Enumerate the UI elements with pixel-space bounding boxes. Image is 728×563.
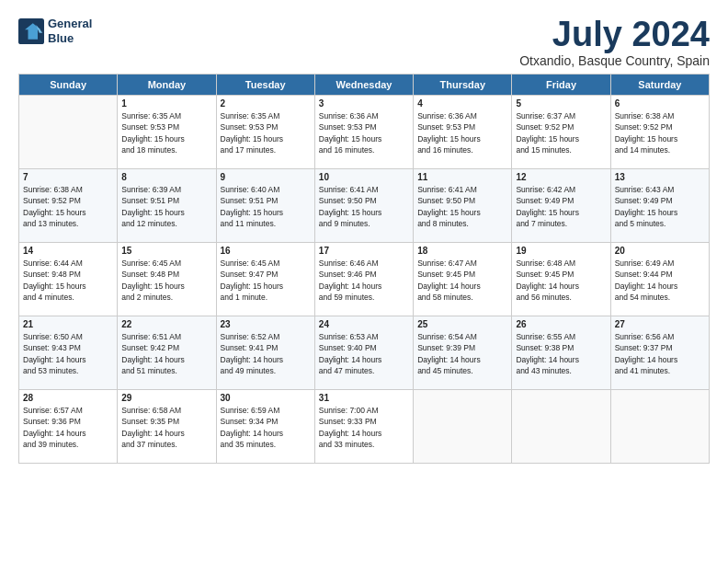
day-number: 7 <box>23 172 113 182</box>
day-info: Sunrise: 6:53 AM Sunset: 9:40 PM Dayligh… <box>319 331 409 376</box>
logo-text: General Blue <box>48 17 92 45</box>
col-sunday: Sunday <box>19 75 118 96</box>
page-header: General Blue July 2024 Otxandio, Basque … <box>18 17 710 68</box>
calendar-cell: 31Sunrise: 7:00 AM Sunset: 9:33 PM Dayli… <box>314 390 413 464</box>
day-info: Sunrise: 6:57 AM Sunset: 9:36 PM Dayligh… <box>23 405 113 450</box>
day-number: 11 <box>417 172 507 182</box>
calendar-cell: 22Sunrise: 6:51 AM Sunset: 9:42 PM Dayli… <box>118 316 216 390</box>
day-info: Sunrise: 6:45 AM Sunset: 9:48 PM Dayligh… <box>121 258 211 303</box>
calendar-cell: 6Sunrise: 6:38 AM Sunset: 9:52 PM Daylig… <box>610 96 709 169</box>
calendar-cell: 20Sunrise: 6:49 AM Sunset: 9:44 PM Dayli… <box>610 243 709 316</box>
day-info: Sunrise: 6:36 AM Sunset: 9:53 PM Dayligh… <box>319 110 409 155</box>
calendar-cell: 12Sunrise: 6:42 AM Sunset: 9:49 PM Dayli… <box>512 169 610 243</box>
col-wednesday: Wednesday <box>314 75 413 96</box>
day-number: 14 <box>23 246 113 256</box>
calendar-cell: 13Sunrise: 6:43 AM Sunset: 9:49 PM Dayli… <box>610 169 709 243</box>
day-number: 31 <box>319 393 409 403</box>
day-info: Sunrise: 6:35 AM Sunset: 9:53 PM Dayligh… <box>121 110 211 155</box>
day-number: 2 <box>221 98 311 109</box>
logo: General Blue <box>18 17 92 45</box>
day-number: 13 <box>615 172 705 182</box>
day-info: Sunrise: 6:45 AM Sunset: 9:47 PM Dayligh… <box>221 258 311 303</box>
calendar-cell: 27Sunrise: 6:56 AM Sunset: 9:37 PM Dayli… <box>610 316 709 390</box>
day-info: Sunrise: 6:54 AM Sunset: 9:39 PM Dayligh… <box>417 331 507 376</box>
col-saturday: Saturday <box>610 75 709 96</box>
calendar-cell: 17Sunrise: 6:46 AM Sunset: 9:46 PM Dayli… <box>314 243 413 316</box>
day-info: Sunrise: 6:38 AM Sunset: 9:52 PM Dayligh… <box>615 110 705 155</box>
day-info: Sunrise: 6:51 AM Sunset: 9:42 PM Dayligh… <box>121 331 211 376</box>
day-number: 29 <box>121 393 211 403</box>
calendar-cell: 5Sunrise: 6:37 AM Sunset: 9:52 PM Daylig… <box>512 96 610 169</box>
col-monday: Monday <box>118 75 216 96</box>
day-number: 6 <box>615 98 705 109</box>
title-block: July 2024 Otxandio, Basque Country, Spai… <box>519 17 710 68</box>
day-number: 17 <box>319 246 409 256</box>
calendar-cell: 16Sunrise: 6:45 AM Sunset: 9:47 PM Dayli… <box>216 243 314 316</box>
day-number: 22 <box>121 319 211 329</box>
logo-icon <box>18 18 44 44</box>
day-number: 16 <box>221 246 311 256</box>
day-number: 30 <box>221 393 311 403</box>
day-number: 9 <box>221 172 311 182</box>
day-info: Sunrise: 6:58 AM Sunset: 9:35 PM Dayligh… <box>121 405 211 450</box>
calendar-cell: 23Sunrise: 6:52 AM Sunset: 9:41 PM Dayli… <box>216 316 314 390</box>
calendar-cell: 11Sunrise: 6:41 AM Sunset: 9:50 PM Dayli… <box>414 169 512 243</box>
calendar-cell: 9Sunrise: 6:40 AM Sunset: 9:51 PM Daylig… <box>216 169 314 243</box>
calendar-cell <box>414 390 512 464</box>
calendar-cell: 30Sunrise: 6:59 AM Sunset: 9:34 PM Dayli… <box>216 390 314 464</box>
calendar-cell: 3Sunrise: 6:36 AM Sunset: 9:53 PM Daylig… <box>314 96 413 169</box>
calendar-cell: 14Sunrise: 6:44 AM Sunset: 9:48 PM Dayli… <box>19 243 118 316</box>
day-info: Sunrise: 6:35 AM Sunset: 9:53 PM Dayligh… <box>221 110 311 155</box>
day-info: Sunrise: 6:38 AM Sunset: 9:52 PM Dayligh… <box>23 184 113 229</box>
day-info: Sunrise: 6:46 AM Sunset: 9:46 PM Dayligh… <box>319 258 409 303</box>
calendar-cell: 26Sunrise: 6:55 AM Sunset: 9:38 PM Dayli… <box>512 316 610 390</box>
day-number: 3 <box>319 98 409 109</box>
calendar-cell: 15Sunrise: 6:45 AM Sunset: 9:48 PM Dayli… <box>118 243 216 316</box>
day-number: 20 <box>615 246 705 256</box>
day-number: 25 <box>417 319 507 329</box>
calendar-cell: 10Sunrise: 6:41 AM Sunset: 9:50 PM Dayli… <box>314 169 413 243</box>
day-info: Sunrise: 6:43 AM Sunset: 9:49 PM Dayligh… <box>615 184 705 229</box>
day-number: 24 <box>319 319 409 329</box>
day-info: Sunrise: 6:37 AM Sunset: 9:52 PM Dayligh… <box>516 110 606 155</box>
day-info: Sunrise: 6:41 AM Sunset: 9:50 PM Dayligh… <box>417 184 507 229</box>
calendar-cell: 8Sunrise: 6:39 AM Sunset: 9:51 PM Daylig… <box>118 169 216 243</box>
calendar-cell: 4Sunrise: 6:36 AM Sunset: 9:53 PM Daylig… <box>414 96 512 169</box>
calendar-week-2: 7Sunrise: 6:38 AM Sunset: 9:52 PM Daylig… <box>19 169 710 243</box>
calendar-cell: 2Sunrise: 6:35 AM Sunset: 9:53 PM Daylig… <box>216 96 314 169</box>
col-thursday: Thursday <box>414 75 512 96</box>
day-number: 18 <box>417 246 507 256</box>
day-number: 15 <box>121 246 211 256</box>
header-row: Sunday Monday Tuesday Wednesday Thursday… <box>19 75 710 96</box>
calendar-cell <box>512 390 610 464</box>
calendar-cell: 25Sunrise: 6:54 AM Sunset: 9:39 PM Dayli… <box>414 316 512 390</box>
calendar-week-1: 1Sunrise: 6:35 AM Sunset: 9:53 PM Daylig… <box>19 96 710 169</box>
day-number: 28 <box>23 393 113 403</box>
calendar-table: Sunday Monday Tuesday Wednesday Thursday… <box>18 74 710 464</box>
day-info: Sunrise: 6:42 AM Sunset: 9:49 PM Dayligh… <box>516 184 606 229</box>
day-info: Sunrise: 6:47 AM Sunset: 9:45 PM Dayligh… <box>417 258 507 303</box>
day-info: Sunrise: 6:36 AM Sunset: 9:53 PM Dayligh… <box>417 110 507 155</box>
calendar-cell: 18Sunrise: 6:47 AM Sunset: 9:45 PM Dayli… <box>414 243 512 316</box>
day-number: 26 <box>516 319 606 329</box>
day-info: Sunrise: 6:44 AM Sunset: 9:48 PM Dayligh… <box>23 258 113 303</box>
day-info: Sunrise: 6:50 AM Sunset: 9:43 PM Dayligh… <box>23 331 113 376</box>
calendar-week-5: 28Sunrise: 6:57 AM Sunset: 9:36 PM Dayli… <box>19 390 710 464</box>
day-info: Sunrise: 6:52 AM Sunset: 9:41 PM Dayligh… <box>221 331 311 376</box>
day-info: Sunrise: 6:55 AM Sunset: 9:38 PM Dayligh… <box>516 331 606 376</box>
day-number: 10 <box>319 172 409 182</box>
day-info: Sunrise: 6:49 AM Sunset: 9:44 PM Dayligh… <box>615 258 705 303</box>
calendar-cell: 7Sunrise: 6:38 AM Sunset: 9:52 PM Daylig… <box>19 169 118 243</box>
calendar-cell <box>19 96 118 169</box>
calendar-cell <box>610 390 709 464</box>
calendar-week-4: 21Sunrise: 6:50 AM Sunset: 9:43 PM Dayli… <box>19 316 710 390</box>
calendar-cell: 24Sunrise: 6:53 AM Sunset: 9:40 PM Dayli… <box>314 316 413 390</box>
col-tuesday: Tuesday <box>216 75 314 96</box>
day-info: Sunrise: 6:56 AM Sunset: 9:37 PM Dayligh… <box>615 331 705 376</box>
day-info: Sunrise: 6:41 AM Sunset: 9:50 PM Dayligh… <box>319 184 409 229</box>
day-number: 19 <box>516 246 606 256</box>
calendar-cell: 28Sunrise: 6:57 AM Sunset: 9:36 PM Dayli… <box>19 390 118 464</box>
month-title: July 2024 <box>519 17 710 52</box>
day-number: 21 <box>23 319 113 329</box>
day-number: 8 <box>121 172 211 182</box>
